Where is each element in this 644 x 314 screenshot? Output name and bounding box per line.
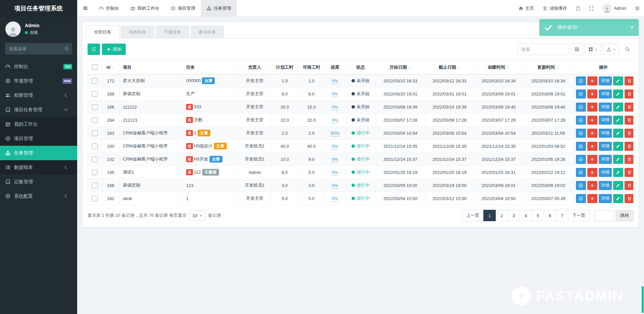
sidebar-item-report[interactable]: 数据报表 [0, 160, 77, 175]
edit-button[interactable] [613, 116, 623, 125]
edit-button[interactable] [613, 168, 623, 177]
delete-button[interactable] [625, 181, 634, 190]
edit-button[interactable] [613, 142, 623, 151]
tab-2[interactable]: 我的任务 [121, 25, 154, 39]
topnav-clear-cache[interactable]: 清除缓存 [538, 0, 571, 16]
add-subtask-button[interactable] [587, 155, 597, 164]
add-subtask-button[interactable] [587, 76, 597, 85]
sidebar-item-config[interactable]: 系统配置 [0, 189, 77, 203]
delete-button[interactable] [625, 89, 634, 99]
add-subtask-button[interactable] [587, 142, 597, 151]
detail-button[interactable]: 详情 [599, 89, 612, 99]
column-header-1[interactable]: Id [102, 60, 119, 74]
complete-task-button[interactable] [576, 181, 586, 190]
delete-button[interactable] [625, 103, 634, 112]
search-toggle-button[interactable] [621, 44, 634, 55]
topnav-item-task[interactable]: 任务管理 [201, 0, 237, 16]
progress-link[interactable]: 0% [332, 105, 338, 110]
progress-link[interactable]: 0% [332, 78, 338, 84]
page-size-dropdown[interactable]: 10 [189, 210, 206, 221]
add-subtask-button[interactable] [587, 129, 597, 138]
sidebar-item-task[interactable]: 任务管理 [0, 146, 77, 160]
tab-3[interactable]: 下属任务 [156, 25, 189, 39]
toast-close-button[interactable]: × [631, 25, 634, 30]
detail-button[interactable]: 详情 [599, 116, 612, 125]
progress-link[interactable]: 0% [332, 170, 338, 176]
progress-link[interactable]: 50% [330, 131, 339, 136]
sidebar-item-general[interactable]: 常规管理new [0, 74, 77, 88]
column-header-11[interactable]: 创建时间 [474, 60, 523, 74]
page-jump-input[interactable] [594, 210, 614, 221]
topnav-settings[interactable] [631, 0, 644, 16]
page-jump-button[interactable]: 跳转 [615, 210, 634, 221]
scrollbar-thumb[interactable] [642, 286, 644, 313]
detail-button[interactable]: 详情 [599, 194, 612, 203]
page-button-7[interactable]: 7 [556, 210, 568, 221]
detail-button[interactable]: 详情 [599, 103, 612, 112]
progress-link[interactable]: 0% [332, 144, 338, 149]
add-subtask-button[interactable] [587, 194, 597, 203]
table-search-input[interactable] [518, 44, 569, 55]
add-subtask-button[interactable] [587, 103, 597, 112]
topnav-home[interactable]: 主页 [514, 0, 538, 16]
topnav-item-workbench[interactable]: 我的工作台 [125, 0, 165, 16]
row-checkbox[interactable] [92, 156, 98, 162]
row-checkbox[interactable] [92, 143, 98, 149]
complete-task-button[interactable] [576, 129, 586, 138]
progress-link[interactable]: 0% [332, 91, 338, 97]
delete-button[interactable] [625, 155, 634, 164]
row-checkbox[interactable] [92, 130, 98, 136]
progress-link[interactable]: 0% [332, 196, 338, 202]
delete-button[interactable] [625, 168, 634, 177]
prev-page-button[interactable]: 上一页 [462, 210, 484, 221]
delete-button[interactable] [625, 129, 634, 138]
row-checkbox[interactable] [92, 78, 98, 84]
column-header-12[interactable]: 更新时间 [523, 60, 574, 74]
delete-button[interactable] [625, 142, 634, 151]
add-subtask-button[interactable] [587, 168, 597, 177]
page-button-6[interactable]: 6 [544, 210, 556, 221]
next-page-button[interactable]: 下一页 [568, 210, 590, 221]
search-icon[interactable] [64, 46, 69, 51]
page-button-3[interactable]: 3 [507, 210, 520, 221]
edit-button[interactable] [613, 155, 623, 164]
sidebar-item-console[interactable]: 控制台hot [0, 59, 77, 74]
start-task-button[interactable] [576, 116, 586, 125]
detail-button[interactable]: 详情 [599, 142, 612, 151]
topnav-item-project[interactable]: 项目管理 [165, 0, 201, 16]
row-checkbox[interactable] [92, 91, 98, 97]
topnav-fullscreen[interactable] [585, 0, 598, 16]
sidebar-item-auth[interactable]: 权限管理 [0, 88, 77, 103]
detail-button[interactable]: 详情 [599, 168, 612, 177]
start-task-button[interactable] [576, 89, 586, 99]
edit-button[interactable] [613, 194, 623, 203]
row-checkbox[interactable] [92, 183, 98, 188]
delete-button[interactable] [625, 116, 634, 125]
complete-task-button[interactable] [576, 194, 586, 203]
start-task-button[interactable] [576, 103, 586, 112]
progress-link[interactable]: 0% [332, 183, 338, 189]
delete-button[interactable] [625, 76, 634, 85]
edit-button[interactable] [613, 181, 623, 190]
column-header-9[interactable]: 开始日期 [376, 60, 425, 74]
topnav-docs[interactable] [571, 0, 585, 16]
menu-toggle-button[interactable] [77, 0, 93, 16]
page-button-4[interactable]: 4 [520, 210, 532, 221]
detail-button[interactable]: 详情 [599, 155, 612, 164]
add-subtask-button[interactable] [587, 181, 597, 190]
page-button-5[interactable]: 5 [532, 210, 544, 221]
layout-button[interactable] [585, 44, 601, 55]
topnav-profile[interactable]: Admin [598, 0, 631, 16]
progress-link[interactable]: 0% [332, 118, 338, 123]
select-all-checkbox[interactable] [92, 64, 98, 70]
complete-task-button[interactable] [576, 142, 586, 151]
sidebar-search-input[interactable] [5, 43, 72, 55]
tab-1[interactable]: 全部任务 [86, 25, 119, 39]
page-button-2[interactable]: 2 [495, 210, 508, 221]
edit-button[interactable] [613, 89, 623, 99]
row-checkbox[interactable] [92, 117, 98, 123]
sidebar-item-project-task[interactable]: 项目任务管理 [0, 103, 77, 117]
row-checkbox[interactable] [92, 196, 98, 201]
refresh-button[interactable] [88, 44, 100, 55]
add-subtask-button[interactable] [587, 89, 597, 99]
